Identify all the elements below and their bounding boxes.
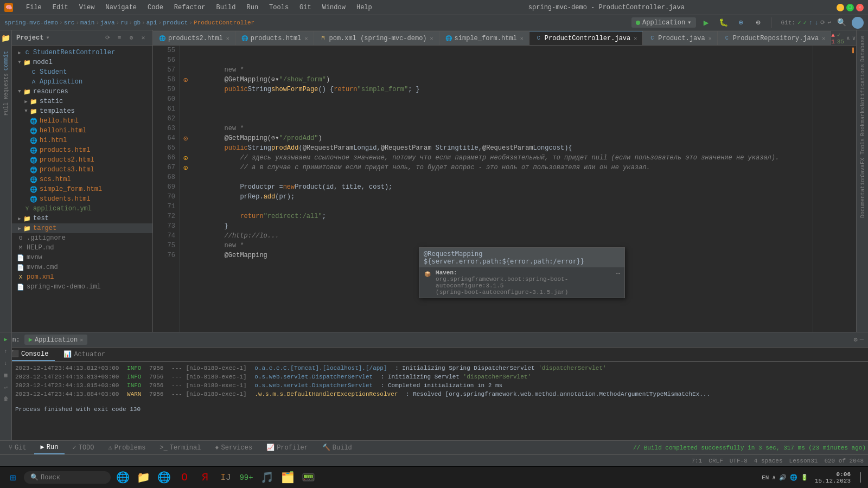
taskbar-app-yandex[interactable]: Я: [195, 468, 215, 487]
database-tool-icon[interactable]: Database: [857, 33, 868, 65]
menu-tools[interactable]: Tools: [265, 3, 293, 12]
coverage-button[interactable]: ⊕: [734, 16, 748, 30]
cursor-position[interactable]: 7:1: [692, 458, 703, 464]
filter-button[interactable]: ▦: [1, 370, 11, 380]
tray-chevron-icon[interactable]: ∧: [772, 474, 776, 481]
menu-build[interactable]: Build: [212, 3, 240, 12]
volume-icon[interactable]: 🔊: [779, 474, 787, 481]
tab-close-button[interactable]: ✕: [634, 35, 637, 42]
code-editor[interactable]: 55 56 57 58 59 60 61 62 63 64 65 66 67 6…: [153, 46, 856, 332]
tree-item-student[interactable]: C Student: [12, 67, 152, 77]
close-button[interactable]: ✕: [856, 4, 864, 11]
run-minimize-icon[interactable]: —: [860, 336, 864, 344]
tree-item-model[interactable]: ▼ 📁 model: [12, 57, 152, 67]
vcs-icon[interactable]: Commit: [1, 44, 11, 77]
tree-item-application[interactable]: A Application: [12, 77, 152, 87]
popup-more-icon[interactable]: ⋯: [616, 269, 620, 278]
run-action-button[interactable]: ▶: [1, 335, 11, 344]
close-panel-icon[interactable]: ✕: [138, 33, 148, 43]
console-tab[interactable]: ⬛ Console: [4, 348, 55, 361]
settings-icon[interactable]: ⚙: [126, 33, 136, 43]
actuator-tab[interactable]: 📊 Actuator: [57, 348, 112, 361]
application-run-tab[interactable]: ▶ Application ✕: [24, 335, 87, 345]
todo-bottom-tab[interactable]: ✓ TODO: [66, 441, 100, 454]
wrap-button[interactable]: ↵: [1, 382, 11, 392]
show-desktop-button[interactable]: |: [855, 467, 866, 489]
tab-close-button[interactable]: ✕: [709, 35, 712, 42]
scroll-up-button[interactable]: ↑: [1, 346, 11, 356]
build-bottom-tab[interactable]: 🔨 Build: [316, 441, 359, 454]
bc-src[interactable]: src: [64, 20, 75, 26]
menu-refactor[interactable]: Refactor: [170, 3, 210, 12]
run-settings-icon[interactable]: ⚙: [854, 336, 858, 344]
scroll-down-button[interactable]: ↓: [1, 358, 11, 368]
popup-item[interactable]: 📦 Maven: org.springframework.boot:spring…: [419, 267, 624, 298]
taskbar-app-media[interactable]: 🎵: [257, 468, 277, 487]
taskbar-app-chrome[interactable]: 🌐: [154, 468, 174, 487]
clear-button[interactable]: 🗑: [1, 394, 11, 404]
tab-productcontroller[interactable]: C ProductController.java ✕: [529, 31, 643, 45]
profile-button[interactable]: ⊚: [751, 16, 765, 30]
menu-window[interactable]: Window: [318, 3, 350, 12]
tree-item-helpmd[interactable]: M HELP.md: [12, 243, 152, 253]
tree-item-studentrestcontroller[interactable]: ▶ C StudentRestController: [12, 48, 152, 57]
run-configuration[interactable]: Application ▾: [631, 17, 695, 28]
taskbar-search[interactable]: 🔍 Поиск: [24, 471, 111, 484]
maximize-button[interactable]: □: [846, 4, 854, 11]
documentation-icon[interactable]: Documentation: [857, 178, 868, 216]
system-clock[interactable]: 0:06 15.12.2023: [815, 471, 853, 484]
tab-productrepository[interactable]: C ProductRepository.java ✕: [718, 31, 831, 45]
tree-item-mvnwcmd[interactable]: 📄 mvnw.cmd: [12, 262, 152, 272]
tree-item-products[interactable]: 🌐 products.html: [12, 145, 152, 155]
notifications-icon[interactable]: Notifications: [857, 66, 868, 104]
run-bottom-tab[interactable]: ▶ Run: [34, 441, 65, 454]
run-button[interactable]: ▶: [699, 16, 713, 30]
tree-item-application-yml[interactable]: Y application.yml: [12, 204, 152, 214]
start-button[interactable]: ⊞: [2, 467, 24, 489]
bc-java[interactable]: java: [100, 20, 114, 26]
tab-pomxml[interactable]: M pom.xml (spring-mvc-demo) ✕: [314, 31, 439, 45]
git-bottom-tab[interactable]: ⑂ Git: [2, 442, 33, 454]
tree-item-pomxml[interactable]: X pom.xml: [12, 272, 152, 282]
bookmarks-icon[interactable]: Bookmarks: [857, 105, 868, 138]
battery-icon[interactable]: 🔋: [801, 474, 808, 481]
tree-item-scs[interactable]: 🌐 scs.html: [12, 175, 152, 184]
language-indicator[interactable]: EN: [762, 474, 769, 481]
encoding[interactable]: UTF-8: [730, 458, 748, 464]
bc-api[interactable]: api: [146, 20, 157, 26]
problems-bottom-tab[interactable]: ⚠ Problems: [102, 441, 152, 454]
tab-simple-form[interactable]: 🌐 simple_form.html ✕: [439, 31, 529, 45]
menu-code[interactable]: Code: [143, 3, 168, 12]
bc-project[interactable]: spring-mvc-demo: [4, 20, 58, 26]
tree-item-test[interactable]: ▶ 📁 test: [12, 214, 152, 223]
tree-item-hellohi[interactable]: 🌐 hellohi.html: [12, 126, 152, 136]
menu-view[interactable]: View: [75, 3, 99, 12]
run-tab-close-button[interactable]: ✕: [80, 337, 83, 343]
tab-products2[interactable]: 🌐 products2.html ✕: [153, 31, 235, 45]
indent-setting[interactable]: 4 spaces: [754, 458, 783, 464]
terminal-bottom-tab[interactable]: >_ Terminal: [153, 442, 207, 454]
javafx-icon[interactable]: JavaFX Tools: [857, 139, 868, 177]
menu-run[interactable]: Run: [242, 3, 263, 12]
tree-item-gitignore[interactable]: G .gitignore: [12, 233, 152, 243]
menu-file[interactable]: File: [22, 3, 46, 12]
menu-git[interactable]: Git: [295, 3, 316, 12]
services-bottom-tab[interactable]: ♦ Services: [208, 442, 259, 454]
collapse-icon[interactable]: ≡: [114, 33, 124, 43]
menu-navigate[interactable]: Navigate: [101, 3, 141, 12]
taskbar-app-term[interactable]: 📟: [298, 468, 318, 487]
taskbar-app-99[interactable]: 99+: [237, 468, 256, 487]
tree-item-products3[interactable]: 🌐 products3.html: [12, 165, 152, 175]
taskbar-app-opera[interactable]: O: [175, 468, 194, 487]
line-ending[interactable]: CRLF: [709, 458, 723, 464]
network-icon[interactable]: 🌐: [790, 474, 797, 481]
nav-down-icon[interactable]: ∨: [852, 35, 856, 42]
tab-close-button[interactable]: ✕: [822, 35, 825, 42]
tree-item-simple-form[interactable]: 🌐 simple_form.html: [12, 184, 152, 194]
profiler-bottom-tab[interactable]: 📈 Profiler: [260, 441, 315, 454]
menu-help[interactable]: Help: [352, 3, 376, 12]
tab-products[interactable]: 🌐 products.html ✕: [235, 31, 314, 45]
tree-item-hello[interactable]: 🌐 hello.html: [12, 116, 152, 126]
tab-close-button[interactable]: ✕: [520, 35, 524, 42]
bc-ru[interactable]: ru: [120, 20, 127, 26]
